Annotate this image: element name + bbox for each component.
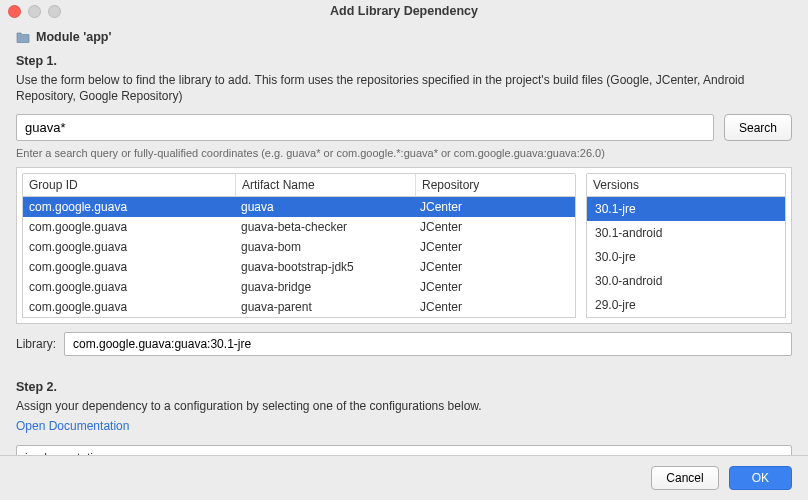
table-row[interactable]: com.google.guavaguava-bridgeJCenter (23, 277, 575, 297)
table-cell: com.google.guava (23, 298, 235, 316)
dialog-footer: Cancel OK (0, 455, 808, 500)
step1-label: Step 1. (16, 54, 792, 68)
col-group-id[interactable]: Group ID (23, 174, 236, 196)
window-title: Add Library Dependency (0, 4, 808, 18)
version-row[interactable]: 30.1-jre (587, 197, 785, 221)
version-row[interactable]: 30.0-jre (587, 245, 785, 269)
open-documentation-link[interactable]: Open Documentation (16, 419, 792, 433)
version-row[interactable]: 29.0-jre (587, 293, 785, 317)
table-cell: com.google.guava (23, 198, 235, 216)
col-repository[interactable]: Repository (416, 174, 575, 196)
table-cell: JCenter (414, 258, 575, 276)
table-row[interactable]: com.google.guavaguava-bomJCenter (23, 237, 575, 257)
col-artifact-name[interactable]: Artifact Name (236, 174, 416, 196)
table-cell: com.google.guava (23, 258, 235, 276)
search-button[interactable]: Search (724, 114, 792, 141)
step2-description: Assign your dependency to a configuratio… (16, 398, 792, 414)
module-header: Module 'app' (16, 30, 792, 44)
cancel-button[interactable]: Cancel (651, 466, 718, 490)
table-row[interactable]: com.google.guavaguavaJCenter (23, 197, 575, 217)
col-versions[interactable]: Versions (587, 174, 785, 196)
configuration-select[interactable]: implementation ▼ (16, 445, 792, 455)
library-input[interactable] (64, 332, 792, 356)
search-input[interactable] (16, 114, 714, 141)
version-row[interactable]: 30.0-android (587, 269, 785, 293)
table-cell: guava-beta-checker (235, 218, 414, 236)
ok-button[interactable]: OK (729, 466, 792, 490)
table-cell: guava-bootstrap-jdk5 (235, 258, 414, 276)
results-area: Group ID Artifact Name Repository com.go… (16, 167, 792, 324)
table-cell: JCenter (414, 238, 575, 256)
table-row[interactable]: com.google.guavaguava-bootstrap-jdk5JCen… (23, 257, 575, 277)
table-row[interactable]: com.google.guavaguava-parentJCenter (23, 297, 575, 317)
step2-label: Step 2. (16, 380, 792, 394)
table-cell: com.google.guava (23, 218, 235, 236)
table-cell: JCenter (414, 298, 575, 316)
titlebar: Add Library Dependency (0, 0, 808, 22)
library-label: Library: (16, 337, 56, 351)
search-hint: Enter a search query or fully-qualified … (16, 147, 792, 159)
table-row[interactable]: com.google.guavaguava-beta-checkerJCente… (23, 217, 575, 237)
module-folder-icon (16, 31, 30, 43)
table-cell: com.google.guava (23, 238, 235, 256)
table-cell: guava (235, 198, 414, 216)
table-cell: JCenter (414, 218, 575, 236)
table-cell: guava-parent (235, 298, 414, 316)
artifacts-table[interactable]: Group ID Artifact Name Repository com.go… (22, 173, 576, 318)
table-cell: guava-bom (235, 238, 414, 256)
version-row[interactable]: 30.1-android (587, 221, 785, 245)
table-cell: guava-bridge (235, 278, 414, 296)
versions-table[interactable]: Versions 30.1-jre30.1-android30.0-jre30.… (586, 173, 786, 318)
table-cell: JCenter (414, 198, 575, 216)
table-cell: JCenter (414, 278, 575, 296)
table-cell: com.google.guava (23, 278, 235, 296)
step1-description: Use the form below to find the library t… (16, 72, 792, 104)
module-name: Module 'app' (36, 30, 111, 44)
